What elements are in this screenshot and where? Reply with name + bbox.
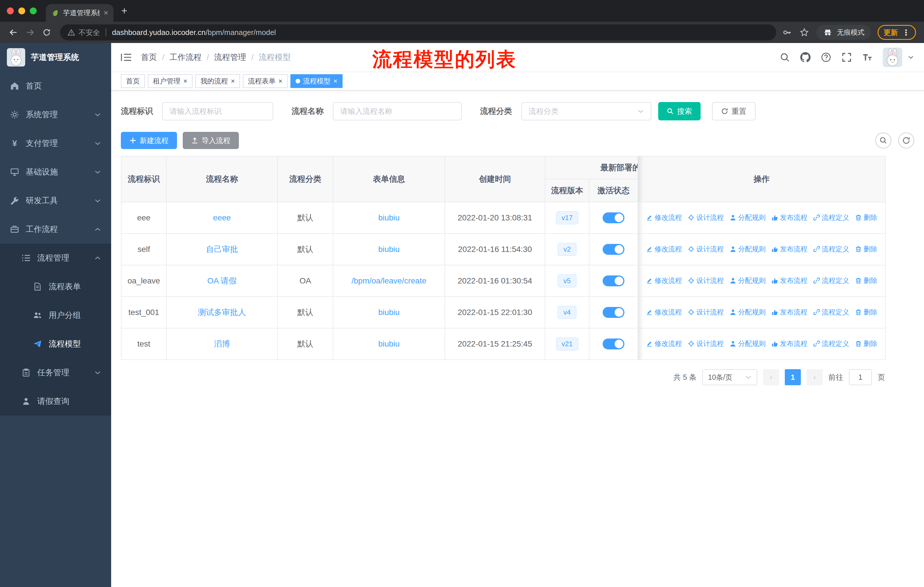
form-info-link[interactable]: biubiu [378, 245, 400, 254]
fullscreen-icon[interactable] [842, 52, 852, 63]
assign-rule-link[interactable]: 分配规则 [729, 245, 766, 254]
tag-my-process[interactable]: 我的流程 × [195, 74, 240, 88]
sidebar-fold-icon[interactable] [121, 53, 132, 62]
publish-process-link[interactable]: 发布流程 [771, 276, 807, 285]
window-close-button[interactable] [7, 7, 14, 14]
process-name-input[interactable] [333, 102, 462, 121]
publish-process-link[interactable]: 发布流程 [771, 308, 807, 317]
active-toggle[interactable] [602, 244, 624, 255]
window-zoom-button[interactable] [30, 7, 37, 14]
modify-process-link[interactable]: 修改流程 [646, 276, 682, 285]
reload-icon[interactable] [39, 25, 54, 40]
tag-home[interactable]: 首页 [121, 74, 145, 88]
delete-link[interactable]: 删除 [855, 308, 877, 317]
process-name-link[interactable]: 滔博 [214, 339, 230, 348]
delete-link[interactable]: 删除 [855, 339, 877, 348]
active-toggle[interactable] [602, 275, 624, 286]
category-select[interactable]: 流程分类 [521, 102, 651, 121]
browser-tab[interactable]: 芋道管理系统 × [46, 4, 114, 22]
version-badge[interactable]: v4 [558, 306, 576, 319]
sidebar-item-process-management[interactable]: 流程管理 [0, 244, 111, 272]
delete-link[interactable]: 删除 [855, 276, 877, 285]
next-page-button[interactable]: › [807, 369, 823, 385]
breadcrumb-workflow[interactable]: 工作流程 [170, 52, 201, 63]
browser-menu-icon[interactable]: ⋮ [902, 28, 910, 37]
sidebar-item-infrastructure[interactable]: 基础设施 [0, 158, 111, 186]
window-minimize-button[interactable] [18, 7, 25, 14]
new-tab-button[interactable]: + [117, 3, 132, 18]
app-logo-row[interactable]: 芋道管理系统 [0, 43, 111, 72]
sidebar-item-devtools[interactable]: 研发工具 [0, 186, 111, 215]
search-icon[interactable] [780, 52, 790, 63]
process-name-link[interactable]: 自己审批 [206, 245, 238, 254]
security-label[interactable]: 不安全 [79, 28, 100, 37]
sidebar-item-system[interactable]: 系统管理 [0, 100, 111, 129]
sidebar-item-leave-query[interactable]: 请假查询 [0, 387, 111, 416]
process-name-link[interactable]: eeee [213, 213, 231, 222]
github-icon[interactable] [800, 52, 810, 63]
process-definition-link[interactable]: 流程定义 [813, 308, 849, 317]
reset-button[interactable]: 重置 [712, 102, 756, 121]
tag-tenant-management[interactable]: 租户管理 × [148, 74, 193, 88]
close-icon[interactable]: × [333, 78, 337, 84]
publish-process-link[interactable]: 发布流程 [771, 339, 807, 348]
assign-rule-link[interactable]: 分配规则 [729, 339, 766, 348]
help-icon[interactable] [821, 52, 831, 63]
breadcrumb-process-management[interactable]: 流程管理 [214, 52, 246, 63]
toggle-search-button[interactable] [875, 132, 891, 149]
sidebar-item-user-group[interactable]: 用户分组 [0, 301, 111, 330]
assign-rule-link[interactable]: 分配规则 [729, 308, 766, 317]
font-size-icon[interactable] [862, 52, 873, 63]
form-info-link[interactable]: biubiu [378, 308, 400, 317]
version-badge[interactable]: v17 [556, 211, 579, 225]
back-icon[interactable] [6, 25, 21, 40]
close-icon[interactable]: × [231, 78, 235, 84]
active-toggle[interactable] [602, 307, 624, 318]
tab-close-icon[interactable]: × [104, 9, 108, 17]
version-badge[interactable]: v2 [558, 243, 576, 256]
sidebar-item-process-model[interactable]: 流程模型 [0, 330, 111, 358]
address-bar[interactable]: 不安全 dashboard.yudao.iocoder.cn /bpm/mana… [60, 24, 776, 40]
process-name-link[interactable]: OA 请假 [207, 276, 237, 285]
publish-process-link[interactable]: 发布流程 [771, 213, 807, 222]
assign-rule-link[interactable]: 分配规则 [729, 276, 766, 285]
design-process-link[interactable]: 设计流程 [688, 245, 724, 254]
active-toggle[interactable] [602, 339, 624, 349]
page-size-select[interactable]: 10条/页 [702, 369, 757, 385]
prev-page-button[interactable]: ‹ [763, 369, 779, 385]
design-process-link[interactable]: 设计流程 [688, 339, 724, 348]
goto-page-input[interactable] [849, 369, 872, 385]
delete-link[interactable]: 删除 [855, 245, 877, 254]
publish-process-link[interactable]: 发布流程 [771, 245, 807, 254]
process-definition-link[interactable]: 流程定义 [813, 245, 849, 254]
create-process-button[interactable]: 新建流程 [121, 132, 177, 149]
sidebar-item-workflow[interactable]: 工作流程 [0, 215, 111, 244]
sidebar-item-task-management[interactable]: 任务管理 [0, 358, 111, 387]
sidebar-item-home[interactable]: 首页 [0, 72, 111, 100]
modify-process-link[interactable]: 修改流程 [646, 339, 682, 348]
form-info-link[interactable]: /bpm/oa/leave/create [351, 276, 426, 285]
key-icon[interactable] [782, 27, 792, 38]
form-info-link[interactable]: biubiu [378, 339, 400, 348]
process-definition-link[interactable]: 流程定义 [813, 213, 849, 222]
user-avatar[interactable] [883, 48, 902, 67]
close-icon[interactable]: × [279, 78, 282, 84]
modify-process-link[interactable]: 修改流程 [646, 213, 682, 222]
page-1-button[interactable]: 1 [785, 369, 801, 385]
chevron-down-icon[interactable] [908, 56, 914, 59]
browser-update-chip[interactable]: 更新 ⋮ [878, 25, 916, 40]
sidebar-item-payment[interactable]: ¥ 支付管理 [0, 129, 111, 158]
refresh-table-button[interactable] [898, 132, 914, 149]
modify-process-link[interactable]: 修改流程 [646, 308, 682, 317]
process-key-input[interactable] [162, 102, 273, 121]
version-badge[interactable]: v5 [558, 274, 576, 288]
breadcrumb-home[interactable]: 首页 [141, 52, 157, 63]
form-info-link[interactable]: biubiu [378, 213, 400, 222]
design-process-link[interactable]: 设计流程 [688, 276, 724, 285]
process-name-link[interactable]: 测试多审批人 [198, 308, 246, 317]
assign-rule-link[interactable]: 分配规则 [729, 213, 766, 222]
design-process-link[interactable]: 设计流程 [688, 308, 724, 317]
delete-link[interactable]: 删除 [855, 213, 877, 222]
tag-process-model[interactable]: 流程模型 × [290, 74, 343, 88]
tag-process-form[interactable]: 流程表单 × [243, 74, 287, 88]
